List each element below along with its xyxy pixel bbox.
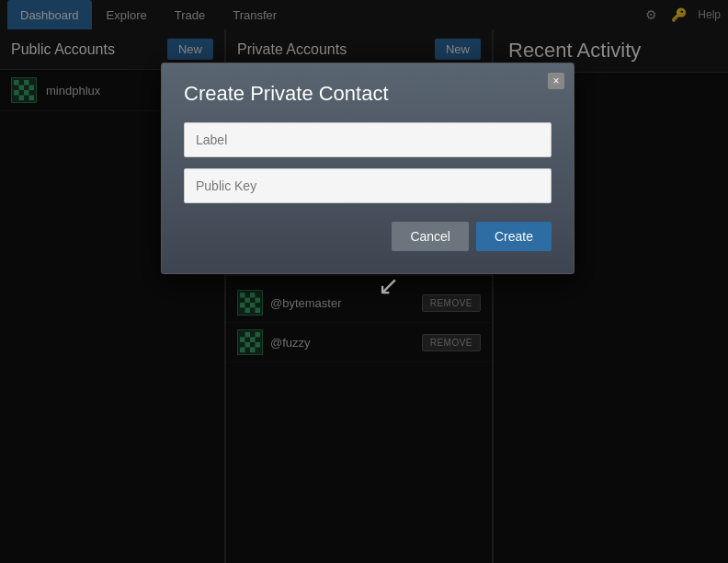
- label-input[interactable]: [184, 122, 552, 157]
- dialog-actions: Cancel Create: [184, 222, 552, 251]
- create-private-contact-dialog: × Create Private Contact Cancel Create ↙: [161, 63, 574, 274]
- modal-overlay: × Create Private Contact Cancel Create ↙: [0, 0, 728, 563]
- public-key-input[interactable]: [184, 168, 552, 203]
- dialog-close-button[interactable]: ×: [548, 73, 564, 89]
- cancel-button[interactable]: Cancel: [392, 222, 469, 251]
- arrow-indicator: ↙: [378, 273, 399, 299]
- create-button[interactable]: Create: [476, 222, 552, 251]
- dialog-title: Create Private Contact: [184, 82, 552, 106]
